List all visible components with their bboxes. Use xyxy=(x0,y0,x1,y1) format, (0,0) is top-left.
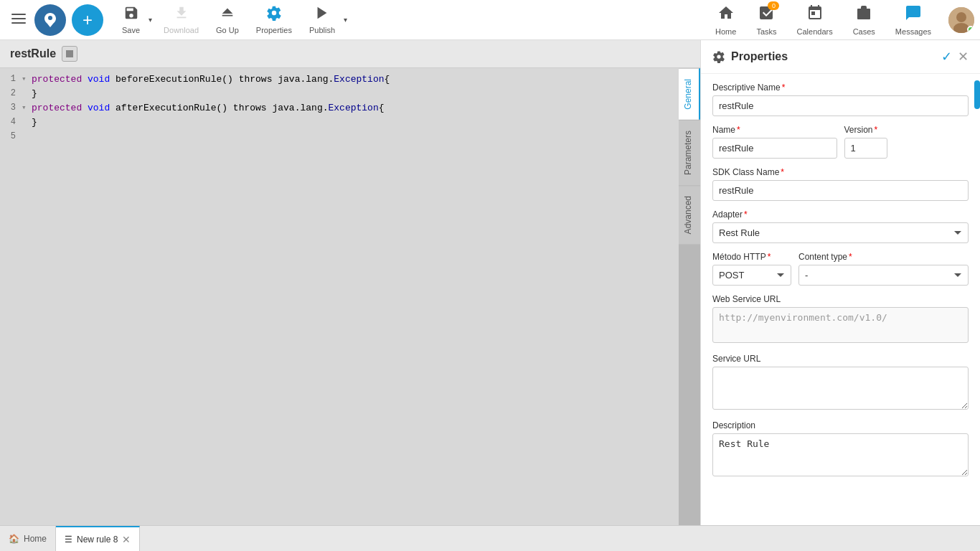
svg-rect-0 xyxy=(11,14,26,15)
download-action-group: Download xyxy=(156,1,206,39)
nav-messages-button[interactable]: Messages xyxy=(888,1,938,39)
bottom-tab-close-button[interactable]: ✕ xyxy=(122,534,131,545)
stop-button[interactable] xyxy=(62,46,77,62)
side-tab-general[interactable]: General xyxy=(679,68,700,120)
bottom-tab-home[interactable]: 🏠 Home xyxy=(0,526,56,551)
publish-action-group: Publish ▾ xyxy=(302,1,349,39)
version-input[interactable] xyxy=(844,138,887,159)
toolbar: + Save ▾ Download xyxy=(0,0,980,40)
code-editor[interactable]: 1▾protected void beforeExecutionRule() t… xyxy=(0,68,679,525)
online-status-dot xyxy=(967,26,974,33)
line-number: 3 xyxy=(0,103,22,113)
scrollbar-thumb xyxy=(974,80,980,109)
required-marker: * xyxy=(782,83,786,93)
publish-button[interactable]: Publish xyxy=(302,1,342,39)
add-button[interactable]: + xyxy=(72,4,103,36)
nav-cases-button[interactable]: Cases xyxy=(846,1,882,39)
http-content-row: Método HTTP * POST GET PUT DELETE Conten… xyxy=(712,252,969,294)
props-close-button[interactable]: ✕ xyxy=(958,49,969,65)
props-title: Properties xyxy=(712,50,941,63)
properties-label: Properties xyxy=(256,26,292,34)
hamburger-button[interactable] xyxy=(6,6,32,34)
web-service-url-field: Web Service URL xyxy=(712,294,969,345)
publish-icon xyxy=(314,5,330,24)
line-content: } xyxy=(32,117,37,128)
bottom-tabs: 🏠 Home ☰ New rule 8 ✕ xyxy=(0,525,980,551)
code-line: 4 } xyxy=(0,117,679,131)
svg-rect-2 xyxy=(11,22,26,24)
nav-tasks-label: Tasks xyxy=(756,27,776,36)
service-url-label: Service URL xyxy=(712,354,969,364)
name-input[interactable] xyxy=(712,138,837,159)
go-up-label: Go Up xyxy=(216,26,239,34)
tasks-badge: 0 xyxy=(768,1,779,10)
svg-point-6 xyxy=(956,12,966,22)
descriptive-name-field: Descriptive Name * xyxy=(712,83,969,116)
save-dropdown-button[interactable]: ▾ xyxy=(147,13,154,27)
props-check-button[interactable]: ✓ xyxy=(941,49,952,65)
side-tab-parameters[interactable]: Parameters xyxy=(679,120,700,185)
home-small-icon: 🏠 xyxy=(9,534,19,544)
save-button[interactable]: Save xyxy=(115,1,147,39)
service-url-input[interactable] xyxy=(712,367,969,410)
line-content: } xyxy=(32,88,37,99)
props-title-text: Properties xyxy=(731,50,788,63)
calendars-icon xyxy=(806,4,824,26)
sdk-class-name-input[interactable] xyxy=(712,180,969,201)
descriptive-name-input[interactable] xyxy=(712,95,969,116)
metodo-http-field: Método HTTP * POST GET PUT DELETE xyxy=(712,252,791,286)
name-version-row: Name * Version * xyxy=(712,125,969,167)
editor-title-bar: restRule xyxy=(0,40,700,68)
descriptive-name-label: Descriptive Name * xyxy=(712,83,969,93)
metodo-http-select[interactable]: POST GET PUT DELETE xyxy=(712,265,791,286)
publish-label: Publish xyxy=(309,26,335,34)
line-number: 1 xyxy=(0,74,22,84)
main-area: restRule 1▾protected void beforeExecutio… xyxy=(0,40,980,525)
messages-icon xyxy=(905,4,922,26)
description-label: Description xyxy=(712,420,969,430)
logo-icon xyxy=(42,11,59,29)
bottom-tab-newrule[interactable]: ☰ New rule 8 ✕ xyxy=(56,526,140,551)
cases-icon xyxy=(855,4,872,26)
adapter-select[interactable]: Rest Rule SOAP Rule Custom Rule xyxy=(712,222,969,243)
download-button[interactable]: Download xyxy=(156,1,206,39)
nav-calendars-button[interactable]: Calendars xyxy=(790,1,840,39)
download-label: Download xyxy=(164,26,199,34)
content-type-select[interactable]: - application/json application/xml text/… xyxy=(798,265,969,286)
editor-side-row: 1▾protected void beforeExecutionRule() t… xyxy=(0,68,700,525)
line-toggle[interactable]: ▾ xyxy=(22,74,32,83)
go-up-action-group: Go Up xyxy=(209,1,246,39)
home-icon xyxy=(717,4,735,26)
go-up-icon xyxy=(220,5,235,24)
properties-action-group: Properties xyxy=(249,1,299,39)
line-toggle[interactable]: ▾ xyxy=(22,103,32,112)
version-label: Version * xyxy=(844,125,969,135)
version-field: Version * xyxy=(844,125,969,159)
avatar[interactable] xyxy=(948,7,974,33)
line-content: protected void afterExecutionRule() thro… xyxy=(32,103,385,113)
go-up-button[interactable]: Go Up xyxy=(209,1,246,39)
description-input[interactable] xyxy=(712,433,969,476)
code-lines-container: 1▾protected void beforeExecutionRule() t… xyxy=(0,74,679,146)
logo-button[interactable] xyxy=(34,4,66,36)
publish-dropdown-button[interactable]: ▾ xyxy=(342,13,349,27)
nav-messages-label: Messages xyxy=(895,27,931,36)
web-service-url-label: Web Service URL xyxy=(712,294,969,304)
properties-panel: Properties ✓ ✕ Descriptive Name * xyxy=(700,40,980,525)
adapter-label: Adapter * xyxy=(712,209,969,220)
nav-tasks-button[interactable]: 0 Tasks xyxy=(749,1,783,39)
content-type-field: Content type * - application/json applic… xyxy=(798,252,969,286)
props-actions: ✓ ✕ xyxy=(941,49,969,65)
side-tabs: General Parameters Advanced xyxy=(679,68,700,525)
nav-cases-label: Cases xyxy=(853,27,875,36)
web-service-url-input[interactable] xyxy=(712,307,969,343)
line-content: protected void beforeExecutionRule() thr… xyxy=(32,74,390,85)
plus-icon: + xyxy=(83,10,93,30)
bottom-tab-home-label: Home xyxy=(24,534,47,544)
line-number: 2 xyxy=(0,88,22,98)
nav-home-button[interactable]: Home xyxy=(708,1,743,39)
side-tab-advanced[interactable]: Advanced xyxy=(679,185,700,244)
save-icon xyxy=(123,5,139,24)
tasks-icon: 0 xyxy=(758,4,775,26)
properties-button[interactable]: Properties xyxy=(249,1,299,39)
